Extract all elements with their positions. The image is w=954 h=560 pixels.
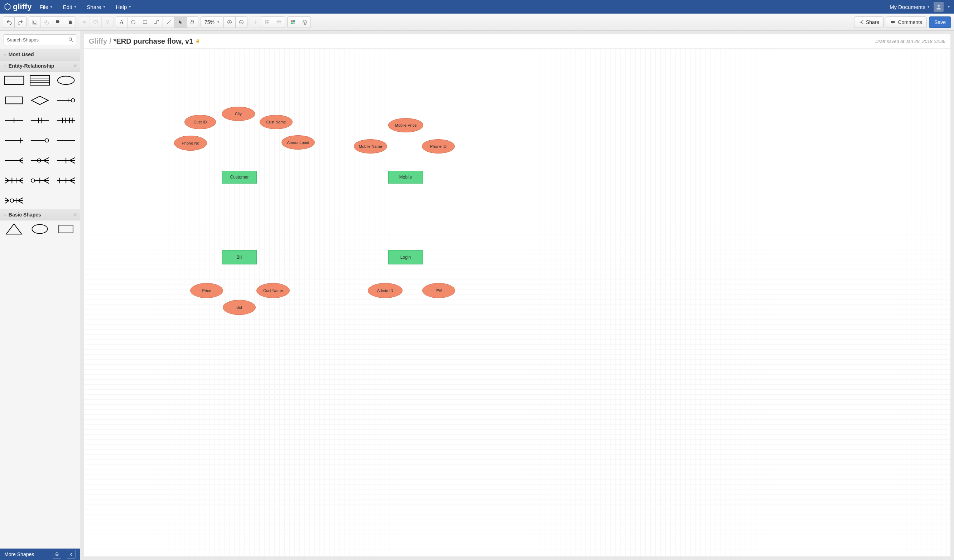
erd-attribute[interactable]: Bid <box>223 300 256 315</box>
erd-entity[interactable]: Login <box>388 250 423 264</box>
svg-rect-8 <box>69 21 72 24</box>
er-line-one-one-b[interactable] <box>56 114 76 127</box>
collapse-panels-icon[interactable] <box>53 550 61 558</box>
er-line-plain[interactable] <box>56 134 76 147</box>
er-crow-many[interactable] <box>3 154 24 167</box>
rect-tool-button[interactable] <box>139 17 151 28</box>
close-icon[interactable]: ✕ <box>73 212 77 217</box>
more-shapes-link[interactable]: More Shapes <box>4 551 34 557</box>
breadcrumb-root[interactable]: Gliffy <box>89 37 107 45</box>
svg-point-10 <box>131 20 136 24</box>
menu-file[interactable]: File▼ <box>40 4 53 10</box>
text-tool-button[interactable]: A <box>116 17 128 28</box>
panel-basic-shapes[interactable]: ≡ Basic Shapes ✕ <box>0 209 80 221</box>
comments-button[interactable]: Comments <box>886 17 927 28</box>
pointer-tool-button[interactable] <box>175 17 187 28</box>
hand-tool-button[interactable] <box>187 17 198 28</box>
er-entity-shape[interactable] <box>3 74 24 87</box>
layers-button[interactable] <box>299 17 311 28</box>
close-icon[interactable]: ✕ <box>73 63 77 68</box>
grip-icon: ≡ <box>4 64 6 68</box>
send-back-button[interactable] <box>64 17 76 28</box>
undo-button[interactable] <box>3 17 15 28</box>
erd-attribute[interactable]: Price <box>190 283 223 298</box>
erd-attribute[interactable]: City <box>222 107 255 121</box>
lock-icon <box>195 38 200 45</box>
bring-front-button[interactable] <box>52 17 64 28</box>
toolbar: A 75%▼ Share Comments Save <box>0 14 954 31</box>
redo-button[interactable] <box>15 17 26 28</box>
zoom-out-button[interactable] <box>235 17 248 28</box>
erd-attribute[interactable]: Phone No <box>174 135 207 151</box>
er-line-one-one[interactable] <box>30 114 50 127</box>
comments-icon <box>891 20 896 25</box>
zoom-select[interactable]: 75%▼ <box>201 17 224 28</box>
search-input[interactable] <box>3 34 76 45</box>
search-icon[interactable] <box>68 37 73 44</box>
er-one-many-b[interactable] <box>56 174 76 187</box>
snap-button <box>249 17 262 28</box>
er-crow-one-zero[interactable] <box>56 94 76 107</box>
er-attribute-shape[interactable] <box>56 74 76 87</box>
svg-rect-24 <box>293 20 295 22</box>
er-crow-zero-many[interactable] <box>30 154 50 167</box>
svg-rect-4 <box>46 22 48 24</box>
panel-entity-relationship[interactable]: ≡ Entity-Relationship ✕ <box>0 60 80 72</box>
panel-most-used[interactable]: ≡ Most Used <box>0 49 80 60</box>
svg-point-38 <box>71 98 75 102</box>
erd-attribute[interactable]: Mobile Name <box>354 139 387 154</box>
svg-rect-2 <box>33 21 36 23</box>
erd-attribute[interactable]: PW <box>422 283 455 298</box>
erd-attribute[interactable]: Cust Name <box>260 115 293 129</box>
er-many-one-many[interactable] <box>3 174 24 187</box>
app-logo[interactable]: gliffy <box>3 2 32 11</box>
er-zero-one-many[interactable] <box>30 174 50 187</box>
er-relationship-shape[interactable] <box>30 94 50 107</box>
erd-attribute[interactable]: Cust Name <box>256 283 290 298</box>
zoom-in-button[interactable] <box>224 17 235 28</box>
svg-point-27 <box>69 38 72 41</box>
menu-edit[interactable]: Edit▼ <box>63 4 77 10</box>
triangle-shape[interactable] <box>3 222 24 235</box>
avatar-caret-icon[interactable]: ▼ <box>947 5 951 9</box>
ungroup-button[interactable] <box>41 17 52 28</box>
er-entity-rows-shape[interactable] <box>30 74 50 87</box>
erd-attribute[interactable]: Admin ID <box>368 283 402 298</box>
er-line-one-end[interactable] <box>3 134 24 147</box>
er-line-one[interactable] <box>3 114 24 127</box>
avatar[interactable] <box>934 2 944 12</box>
erd-attribute[interactable]: Mobile Price <box>388 118 423 132</box>
rectangle-shape[interactable] <box>56 222 76 235</box>
document-title[interactable]: *ERD purchase flow, v1 <box>114 37 193 45</box>
menu-share[interactable]: Share▼ <box>87 4 106 10</box>
save-button[interactable]: Save <box>929 17 951 28</box>
share-button[interactable]: Share <box>854 17 884 28</box>
grid-button[interactable] <box>262 17 273 28</box>
erd-attribute[interactable]: Amount paid <box>282 135 315 149</box>
svg-point-73 <box>32 224 48 233</box>
guides-button[interactable] <box>273 17 285 28</box>
canvas[interactable]: CustomerMobileBillLoginPhone NoCust IDCi… <box>84 49 951 557</box>
er-rect-shape[interactable] <box>3 94 24 107</box>
app-name: gliffy <box>13 2 32 11</box>
theme-button[interactable] <box>287 17 299 28</box>
erd-attribute[interactable]: Phone ID <box>422 139 455 154</box>
erd-entity[interactable]: Bill <box>222 250 257 264</box>
canvas-area: Gliffy / *ERD purchase flow, v1 Draft sa… <box>80 31 954 560</box>
erd-attribute[interactable]: Cust ID <box>184 115 216 129</box>
popup-button <box>102 17 114 28</box>
connector-tool-button[interactable] <box>151 17 163 28</box>
group-button[interactable] <box>29 17 41 28</box>
ellipse-shape[interactable] <box>30 222 50 235</box>
menu-help[interactable]: Help▼ <box>116 4 131 10</box>
line-tool-button[interactable] <box>163 17 175 28</box>
hide-sidebar-icon[interactable] <box>67 550 76 558</box>
my-documents-link[interactable]: My Documents▼ <box>890 4 930 10</box>
erd-entity[interactable]: Customer <box>222 171 257 184</box>
er-zero-many-b[interactable] <box>3 194 24 207</box>
ellipse-tool-button[interactable] <box>128 17 139 28</box>
panel-entity-relationship-body <box>0 72 80 209</box>
er-crow-one-many[interactable] <box>56 154 76 167</box>
erd-entity[interactable]: Mobile <box>388 171 423 184</box>
er-line-zero-end[interactable] <box>30 134 50 147</box>
